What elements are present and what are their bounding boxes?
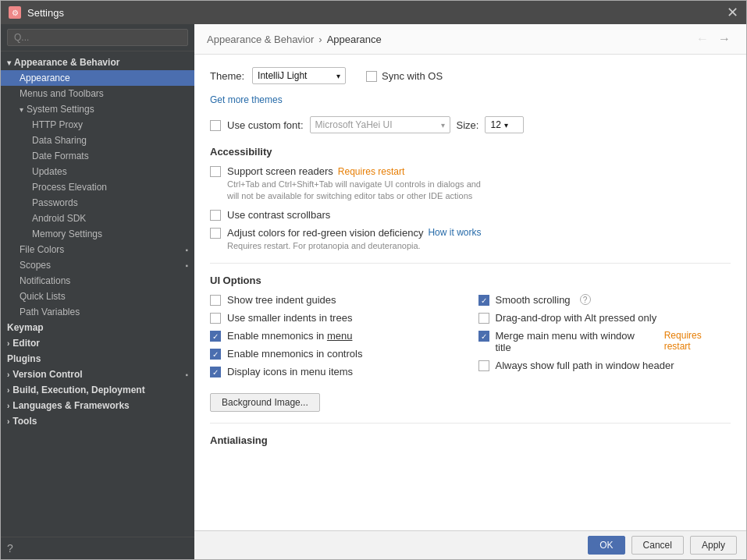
sidebar-item-system-settings[interactable]: ▾ System Settings <box>1 101 194 117</box>
screen-readers-checkbox[interactable] <box>210 166 221 177</box>
search-box <box>1 24 194 51</box>
title-bar: ⚙ Settings ✕ <box>1 1 746 24</box>
sidebar-tree: ▾ Appearance & Behavior Appearance Menus… <box>1 51 194 537</box>
sidebar-item-quick-lists[interactable]: Quick Lists <box>1 289 194 304</box>
how-it-works-link[interactable]: How it works <box>428 227 481 238</box>
ok-button[interactable]: OK <box>588 536 624 555</box>
settings-window: ⚙ Settings ✕ ▾ Appearance & Behavior App… <box>0 0 747 560</box>
sync-os-group: Sync with OS <box>366 70 443 82</box>
smaller-indents-checkbox[interactable] <box>210 313 221 324</box>
red-green-label: Adjust colors for red-green vision defic… <box>227 227 423 239</box>
sidebar-item-languages-frameworks[interactable]: › Languages & Frameworks <box>1 398 194 413</box>
mnemonics-controls-checkbox[interactable]: ✓ <box>210 349 221 360</box>
sidebar-item-updates[interactable]: Updates <box>1 164 194 179</box>
help-icon[interactable]: ? <box>7 542 13 555</box>
screen-readers-requires-restart: Requires restart <box>338 166 404 177</box>
close-icon[interactable]: ✕ <box>727 4 738 21</box>
screen-readers-row: Support screen readers Requires restart … <box>210 165 731 203</box>
sidebar-item-http-proxy[interactable]: HTTP Proxy <box>1 117 194 133</box>
sidebar-item-file-colors[interactable]: File Colors ▪ <box>1 242 194 257</box>
sync-os-label: Sync with OS <box>382 70 443 82</box>
vc-icon: ▪ <box>185 370 188 379</box>
contrast-scrollbars-label: Use contrast scrollbars <box>227 209 330 221</box>
sync-os-checkbox[interactable] <box>366 71 377 82</box>
tree-indent-checkbox[interactable] <box>210 295 221 306</box>
size-dropdown-arrow: ▾ <box>504 121 508 129</box>
apply-button[interactable]: Apply <box>690 536 737 555</box>
sidebar-item-build-execution[interactable]: › Build, Execution, Deployment <box>1 382 194 398</box>
merge-menu-checkbox[interactable]: ✓ <box>478 331 489 342</box>
sidebar-item-memory-settings[interactable]: Memory Settings <box>1 226 194 242</box>
full-path-checkbox[interactable] <box>478 360 489 371</box>
divider-1 <box>210 263 731 264</box>
mnemonics-menu-row: ✓ Enable mnemonics in menu <box>210 330 463 342</box>
mnemonics-controls-row: ✓ Enable mnemonics in controls <box>210 348 463 360</box>
ui-options-grid: Show tree indent guides Use smaller inde… <box>210 294 731 384</box>
mnemonics-menu-checkbox[interactable]: ✓ <box>210 331 221 342</box>
mnemonics-menu-label: Enable mnemonics in menu <box>227 330 352 342</box>
drag-drop-label: Drag-and-drop with Alt pressed only <box>496 312 657 324</box>
contrast-scrollbars-row: Use contrast scrollbars <box>210 209 731 221</box>
nav-arrows: ← → <box>693 30 734 48</box>
breadcrumb-current: Appearance <box>327 34 382 45</box>
sidebar-item-editor[interactable]: › Editor <box>1 335 194 351</box>
custom-font-checkbox[interactable] <box>210 120 221 131</box>
expand-arrow-tools: › <box>7 417 9 426</box>
get-more-themes-link[interactable]: Get more themes <box>210 94 283 105</box>
back-button[interactable]: ← <box>693 30 712 48</box>
display-icons-row: ✓ Display icons in menu items <box>210 366 463 377</box>
window-title: Settings <box>27 7 64 19</box>
display-icons-label: Display icons in menu items <box>227 366 353 377</box>
bottom-bar: OK Cancel Apply <box>194 530 746 559</box>
sidebar-item-android-sdk[interactable]: Android SDK <box>1 211 194 226</box>
sidebar-item-data-sharing[interactable]: Data Sharing <box>1 133 194 148</box>
red-green-content: Adjust colors for red-green vision defic… <box>227 227 481 252</box>
full-path-label: Always show full path in window header <box>496 360 674 371</box>
expand-arrow-system: ▾ <box>20 105 23 114</box>
sidebar-item-appearance[interactable]: Appearance <box>1 70 194 86</box>
expand-arrow: ▾ <box>7 58 11 67</box>
theme-select[interactable]: IntelliJ Light ▾ <box>252 67 346 84</box>
sidebar-item-keymap[interactable]: Keymap <box>1 320 194 335</box>
file-colors-icon: ▪ <box>185 246 188 254</box>
get-more-themes-row: Get more themes <box>210 94 731 105</box>
sidebar-item-scopes[interactable]: Scopes ▪ <box>1 257 194 273</box>
sidebar-item-appearance-behavior[interactable]: ▾ Appearance & Behavior <box>1 55 194 70</box>
theme-dropdown-arrow: ▾ <box>336 72 340 80</box>
theme-row: Theme: IntelliJ Light ▾ Sync with OS <box>210 67 731 84</box>
merge-menu-row: ✓ Merge main menu with window title Requ… <box>478 330 731 353</box>
sidebar-item-plugins[interactable]: Plugins <box>1 351 194 367</box>
background-image-button[interactable]: Background Image... <box>210 393 320 412</box>
forward-button[interactable]: → <box>715 30 734 48</box>
display-icons-checkbox[interactable]: ✓ <box>210 367 221 377</box>
sidebar-item-tools[interactable]: › Tools <box>1 413 194 429</box>
sidebar-item-notifications[interactable]: Notifications <box>1 273 194 289</box>
size-select[interactable]: 12 ▾ <box>485 116 524 133</box>
sidebar-item-date-formats[interactable]: Date Formats <box>1 148 194 164</box>
background-btn-row: Background Image... <box>210 393 731 412</box>
divider-2 <box>210 423 731 424</box>
drag-drop-checkbox[interactable] <box>478 313 489 324</box>
drag-drop-row: Drag-and-drop with Alt pressed only <box>478 312 731 324</box>
smooth-scrolling-help[interactable]: ? <box>580 294 591 305</box>
sidebar-item-version-control[interactable]: › Version Control ▪ <box>1 367 194 382</box>
smooth-scrolling-row: ✓ Smooth scrolling ? <box>478 294 731 306</box>
screen-readers-label-row: Support screen readers Requires restart <box>227 165 481 177</box>
contrast-scrollbars-checkbox[interactable] <box>210 210 221 221</box>
sidebar-item-menus-toolbars[interactable]: Menus and Toolbars <box>1 86 194 101</box>
sidebar-item-path-variables[interactable]: Path Variables <box>1 304 194 320</box>
cancel-button[interactable]: Cancel <box>631 536 684 555</box>
search-input[interactable] <box>7 29 188 46</box>
sidebar-item-passwords[interactable]: Passwords <box>1 195 194 211</box>
red-green-checkbox[interactable] <box>210 228 221 239</box>
ui-options-left: Show tree indent guides Use smaller inde… <box>210 294 463 384</box>
font-select[interactable]: Microsoft YaHei UI ▾ <box>310 116 450 133</box>
smaller-indents-row: Use smaller indents in trees <box>210 312 463 324</box>
mnemonics-controls-label: Enable mnemonics in controls <box>227 348 362 360</box>
smooth-scrolling-checkbox[interactable]: ✓ <box>478 295 489 306</box>
sidebar-item-process-elevation[interactable]: Process Elevation <box>1 179 194 195</box>
red-green-label-row: Adjust colors for red-green vision defic… <box>227 227 481 239</box>
sidebar-bottom: ? <box>1 537 194 559</box>
expand-arrow-vc: › <box>7 370 9 379</box>
size-value: 12 <box>490 119 500 130</box>
